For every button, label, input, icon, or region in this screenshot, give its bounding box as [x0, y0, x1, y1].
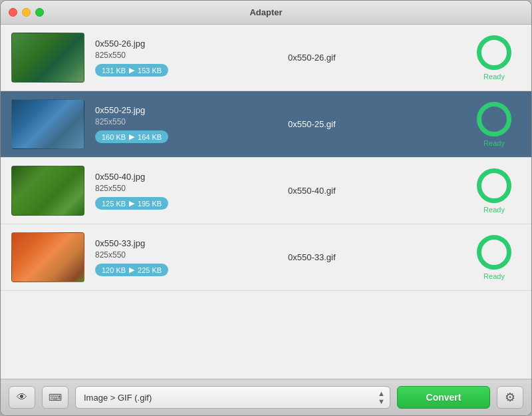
file-input-name: 0x550-40.jpg	[95, 172, 275, 182]
file-input-name: 0x550-25.jpg	[95, 105, 275, 115]
file-output: 0x550-25.gif	[275, 119, 467, 129]
status-indicator: Ready	[467, 168, 521, 214]
thumbnail	[11, 33, 84, 83]
convert-button[interactable]: Convert	[397, 386, 490, 409]
ready-ring	[477, 168, 511, 203]
status-indicator: Ready	[467, 102, 521, 147]
file-list: 0x550-26.jpg 825x550 131 KB ▶ 153 KB 0x5…	[1, 25, 531, 379]
status-label: Ready	[483, 73, 505, 81]
preview-button[interactable]: 👁	[9, 386, 35, 409]
thumbnail	[11, 166, 84, 216]
file-row[interactable]: 0x550-33.jpg 825x550 120 KB ▶ 225 KB 0x5…	[1, 224, 531, 291]
size-to: 225 KB	[138, 266, 162, 274]
file-output-name: 0x550-33.gif	[288, 252, 467, 262]
size-arrow-icon: ▶	[129, 132, 134, 141]
terminal-icon: ⌨	[49, 392, 62, 403]
size-badge: 131 KB ▶ 153 KB	[95, 64, 168, 77]
ready-ring	[477, 102, 511, 136]
status-label: Ready	[483, 206, 505, 214]
format-select[interactable]: Image > GIF (.gif)Image > PNG (.png)Imag…	[75, 386, 390, 409]
size-badge: 160 KB ▶ 164 KB	[95, 130, 168, 143]
main-window: Adapter 0x550-26.jpg 825x550 131 KB ▶ 15…	[0, 0, 532, 416]
close-button[interactable]	[9, 8, 17, 17]
file-row[interactable]: 0x550-26.jpg 825x550 131 KB ▶ 153 KB 0x5…	[1, 25, 531, 91]
size-from: 125 KB	[102, 200, 126, 208]
size-arrow-icon: ▶	[129, 66, 134, 75]
maximize-button[interactable]	[35, 8, 44, 17]
size-from: 160 KB	[102, 133, 126, 141]
size-arrow-icon: ▶	[129, 266, 134, 274]
file-dimensions: 825x550	[95, 250, 275, 260]
file-info: 0x550-40.jpg 825x550 125 KB ▶ 195 KB	[95, 172, 275, 210]
file-dimensions: 825x550	[95, 51, 275, 60]
status-indicator: Ready	[467, 235, 521, 280]
size-to: 164 KB	[138, 133, 162, 141]
thumbnail	[11, 232, 84, 282]
file-input-name: 0x550-33.jpg	[95, 238, 275, 248]
size-badge: 125 KB ▶ 195 KB	[95, 197, 168, 210]
size-from: 120 KB	[102, 266, 126, 274]
settings-button[interactable]: ⚙	[497, 386, 523, 409]
terminal-button[interactable]: ⌨	[42, 386, 68, 409]
file-output-name: 0x550-25.gif	[288, 119, 467, 129]
file-input-name: 0x550-26.jpg	[95, 39, 275, 49]
file-row[interactable]: 0x550-40.jpg 825x550 125 KB ▶ 195 KB 0x5…	[1, 158, 531, 224]
size-to: 195 KB	[138, 200, 162, 208]
file-dimensions: 825x550	[95, 184, 275, 193]
file-info: 0x550-33.jpg 825x550 120 KB ▶ 225 KB	[95, 238, 275, 277]
file-output: 0x550-26.gif	[275, 53, 467, 63]
status-indicator: Ready	[467, 35, 521, 81]
format-selector-wrapper: Image > GIF (.gif)Image > PNG (.png)Imag…	[75, 386, 390, 409]
status-label: Ready	[483, 139, 505, 147]
minimize-button[interactable]	[22, 8, 31, 17]
window-title: Adapter	[249, 7, 282, 17]
file-output-name: 0x550-40.gif	[288, 186, 467, 196]
file-dimensions: 825x550	[95, 117, 275, 126]
size-badge: 120 KB ▶ 225 KB	[95, 264, 168, 276]
eye-icon: 👁	[17, 391, 27, 403]
ready-ring	[477, 35, 511, 70]
size-arrow-icon: ▶	[129, 199, 134, 208]
file-output: 0x550-33.gif	[275, 252, 467, 262]
traffic-lights	[9, 8, 44, 17]
size-to: 153 KB	[138, 67, 162, 75]
thumbnail	[11, 99, 84, 149]
file-info: 0x550-26.jpg 825x550 131 KB ▶ 153 KB	[95, 39, 275, 77]
toolbar: 👁 ⌨ Image > GIF (.gif)Image > PNG (.png)…	[1, 379, 531, 415]
ready-ring	[477, 235, 511, 270]
file-output-name: 0x550-26.gif	[288, 53, 467, 63]
status-label: Ready	[483, 272, 505, 280]
file-row[interactable]: 0x550-25.jpg 825x550 160 KB ▶ 164 KB 0x5…	[1, 91, 531, 158]
gear-icon: ⚙	[505, 390, 515, 405]
size-from: 131 KB	[102, 67, 126, 75]
titlebar: Adapter	[1, 1, 531, 25]
file-output: 0x550-40.gif	[275, 186, 467, 196]
file-info: 0x550-25.jpg 825x550 160 KB ▶ 164 KB	[95, 105, 275, 144]
